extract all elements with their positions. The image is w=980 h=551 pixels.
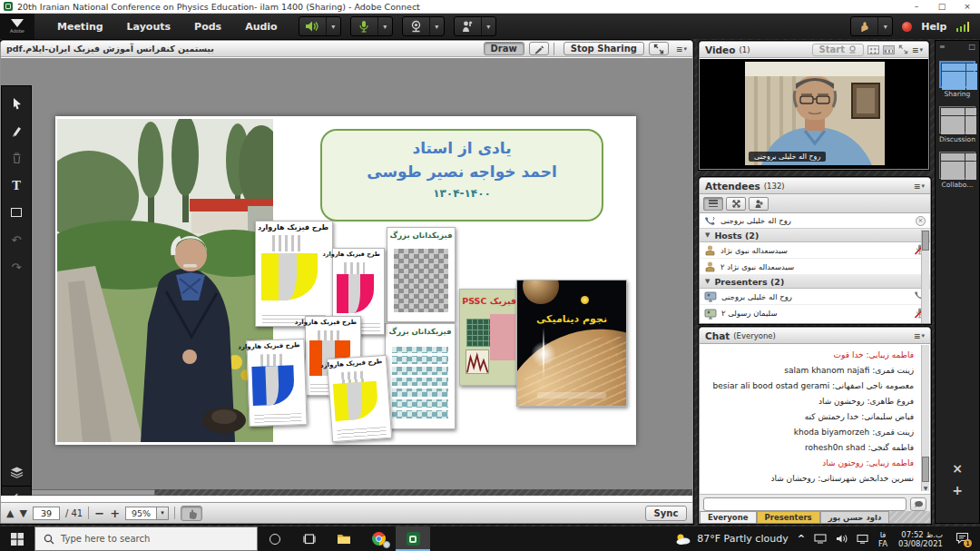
network-display-icon[interactable] [852, 526, 873, 551]
x-icon[interactable]: × [952, 461, 963, 476]
connection-signal-icon[interactable] [956, 21, 970, 32]
status-hand-button[interactable] [455, 17, 482, 35]
text-tool-button[interactable]: T [5, 172, 28, 199]
menu-pods[interactable]: Pods [182, 21, 233, 33]
attendee-row[interactable]: سلیمان رسولی ۲ [700, 305, 930, 321]
microphone-button[interactable] [351, 17, 378, 35]
group-presenters[interactable]: ▼ Presenters (2) [700, 275, 930, 289]
dismiss-speaker-icon[interactable]: × [916, 216, 926, 226]
task-view-button[interactable] [292, 526, 327, 551]
weather-widget[interactable]: 87°F Partly cloudy [671, 526, 792, 551]
menu-layouts[interactable]: Layouts [115, 21, 182, 33]
status-dropdown[interactable]: ▾ [482, 17, 495, 35]
rail-dock-icon[interactable]: □ [968, 43, 975, 51]
help-menu[interactable]: Help [921, 21, 946, 33]
pencil-tool-button[interactable] [529, 42, 549, 55]
chat-text: روحشان شاد [770, 474, 815, 483]
attendees-pod-menu-button[interactable]: ≡▾ [914, 182, 925, 191]
layout-thumb-collaboration[interactable] [939, 152, 975, 179]
adobe-connect-taskbar-button[interactable] [396, 526, 430, 551]
start-webcam-button[interactable]: Start [812, 44, 863, 56]
microphone-dropdown[interactable]: ▾ [378, 17, 392, 35]
cast-icon[interactable] [809, 526, 831, 551]
language-indicator[interactable]: فا FA [873, 530, 893, 548]
recording-indicator-icon[interactable] [902, 22, 912, 32]
menu-audio[interactable]: Audio [233, 21, 289, 33]
delete-tool-button[interactable] [5, 144, 28, 172]
start-button[interactable] [0, 526, 34, 551]
webcam-button[interactable] [403, 17, 430, 35]
grid-view-icon[interactable] [867, 45, 879, 54]
draw-button[interactable]: Draw [484, 42, 524, 55]
zoom-out-button[interactable]: − [94, 507, 104, 520]
notification-center-button[interactable]: 1 [948, 526, 980, 551]
undo-button[interactable]: ↶ [5, 226, 28, 253]
book-title: نجوم دینامیکی [517, 313, 626, 325]
cortana-button[interactable] [258, 526, 292, 551]
layout-thumb-discussion[interactable] [939, 106, 975, 133]
raise-hand-dropdown[interactable]: ▾ [878, 17, 892, 35]
chat-input-row [700, 494, 930, 513]
marker-tool-button[interactable] [5, 117, 28, 144]
filmstrip-view-icon[interactable] [883, 45, 895, 54]
chat-scrollbar[interactable]: ▼ [921, 345, 929, 491]
volume-icon[interactable] [831, 526, 852, 551]
page-number-input[interactable] [33, 507, 60, 520]
zoom-in-button[interactable]: + [110, 507, 120, 520]
pan-tool-button[interactable] [181, 506, 202, 521]
taskbar-search[interactable]: Type here to search [34, 526, 258, 551]
chat-tab-presenters[interactable]: Presenters [757, 511, 820, 523]
menu-meeting[interactable]: Meeting [45, 21, 115, 33]
share-pod-footer: ▲ ▼ / 41 − + 95% ▾ Sync [1, 502, 692, 523]
attendee-status-view-button[interactable] [749, 197, 769, 211]
rail-menu-icon[interactable]: ≡ [939, 43, 946, 51]
send-message-button[interactable] [910, 497, 926, 511]
maximize-button[interactable]: □ [929, 0, 955, 13]
phone-speaker-icon [704, 216, 716, 226]
attendee-row[interactable]: سیدسعداله نبوی نژاد [700, 242, 930, 259]
next-page-button[interactable]: ▼ [19, 507, 26, 519]
layers-tool-button[interactable] [5, 458, 28, 486]
fullscreen-button[interactable] [649, 42, 669, 55]
chrome-button[interactable] [361, 526, 396, 551]
speaker-dropdown[interactable]: ▾ [327, 17, 340, 35]
share-pod-menu-button[interactable]: ≡▾ [676, 44, 687, 54]
redo-button[interactable]: ↷ [5, 253, 28, 280]
zoom-level-select[interactable]: 95% ▾ [125, 507, 169, 520]
menu-icon: ≡ [912, 45, 919, 54]
shape-tool-button[interactable] [5, 199, 28, 226]
slide-title-box: یادی از استاد احمد خواجه نصیر طوسی ۱۳۰۴-… [320, 129, 603, 221]
file-explorer-button[interactable] [327, 526, 361, 551]
share-horizontal-scrollbar[interactable] [1, 489, 692, 496]
chat-tab-private[interactable]: داود حسن پور [820, 511, 890, 523]
add-layout-icon[interactable]: + [952, 483, 963, 497]
clock[interactable]: 07:52 ب.ظ 03/08/2021 [893, 530, 948, 548]
speaker-button[interactable] [299, 17, 327, 35]
stop-sharing-button[interactable]: Stop Sharing [564, 42, 644, 55]
breakout-view-button[interactable] [726, 197, 746, 211]
pointer-tool-button[interactable] [5, 90, 28, 117]
video-fullscreen-icon[interactable] [898, 44, 908, 54]
chat-pod-menu-button[interactable]: ≡▾ [914, 331, 925, 340]
layout-thumb-sharing[interactable] [939, 61, 975, 88]
sync-button[interactable]: Sync [645, 506, 687, 521]
chat-sender: فروغ طاهری [869, 397, 914, 406]
close-button[interactable]: × [955, 0, 980, 13]
attendee-row[interactable]: سیدسعداله نبوی نژاد ۲ [700, 259, 930, 275]
search-placeholder: Type here to search [61, 534, 150, 544]
webcam-dropdown[interactable]: ▾ [430, 17, 444, 35]
chat-tab-everyone[interactable]: Everyone [700, 511, 757, 523]
tray-overflow-button[interactable]: ^ [793, 526, 809, 551]
host-icon [704, 261, 716, 272]
minimize-button[interactable]: – [904, 0, 929, 13]
chat-input[interactable] [703, 497, 906, 511]
attendees-scrollbar[interactable] [921, 230, 929, 323]
collapse-toolbar-button[interactable]: ‹ [2, 486, 31, 496]
attendee-row[interactable]: روح اله خلیلی بروجنی [700, 289, 930, 305]
previous-page-button[interactable]: ▲ [6, 507, 14, 519]
raise-hand-button[interactable] [851, 17, 878, 35]
attendee-list-view-button[interactable] [703, 197, 723, 211]
book-harvard-physics-5: طرح فیزیک هاروارد [327, 355, 392, 442]
group-hosts[interactable]: ▼ Hosts (2) [700, 229, 930, 242]
video-pod-menu-button[interactable]: ≡▾ [912, 45, 923, 54]
